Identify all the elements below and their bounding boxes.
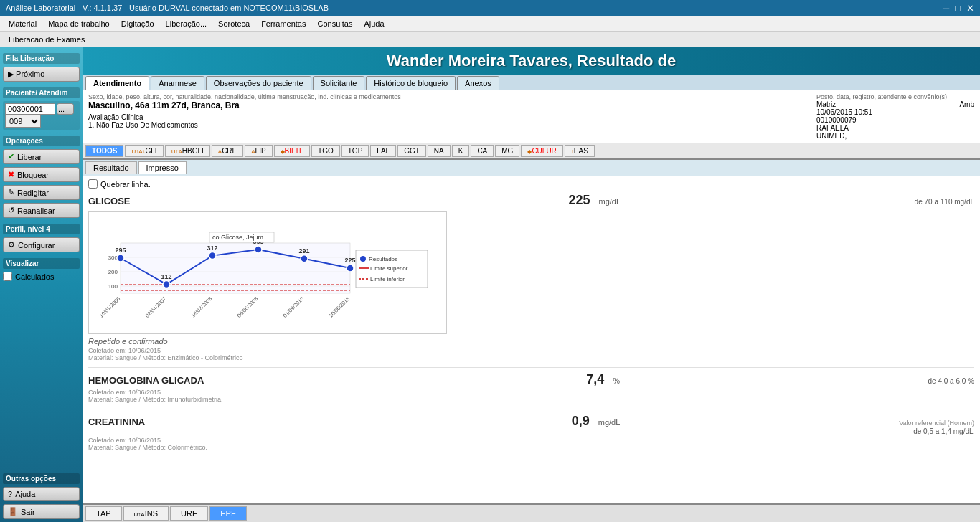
test-unit-1: % (613, 376, 620, 385)
info-value: Masculino, 46a 11m 27d, Branca, Bra (88, 100, 808, 110)
bottom-tab-tap[interactable]: TAP (85, 506, 122, 521)
test-range-prefix-2: Valor referencial (Homem) (899, 419, 974, 427)
test-unit-0: mg/dL (599, 197, 621, 206)
patient-tab-observações-do-paciente[interactable]: Observações do paciente (206, 76, 311, 90)
test-name-1: HEMOGLOBINA GLICADA (88, 375, 268, 386)
menu-item-liberação...[interactable]: Liberação... (160, 18, 212, 29)
liberar-icon: ✔ (8, 152, 14, 161)
test-name-2: CREATININA (88, 417, 268, 427)
calculados-checkbox[interactable] (3, 272, 12, 281)
redigitar-button[interactable]: ✎ Redigitar (3, 185, 80, 200)
test-range-2: de 0,5 a 1,4 mg/dL (913, 427, 973, 435)
analysis-tab-todos[interactable]: TODOS (85, 145, 123, 157)
bottom-tabs: TAPU↑AINSUREEPF (83, 503, 980, 522)
toolbar-item[interactable]: Liberacao de Exames (3, 34, 90, 45)
svg-text:co Glicose, Jejum: co Glicose, Jejum (212, 234, 263, 241)
patient-matriz: Matriz Amb (816, 100, 974, 108)
analysis-tab-k[interactable]: K (452, 145, 470, 157)
paciente-input[interactable] (5, 103, 55, 115)
sair-icon: 🚪 (8, 507, 18, 516)
menu-item-ajuda[interactable]: Ajuda (358, 18, 390, 29)
test-value-1: 7,4 (561, 372, 604, 387)
avaliacao-item: 1. Não Faz Uso De Medicamentos (88, 121, 808, 129)
menu-item-digitação[interactable]: Digitação (116, 18, 160, 29)
analysis-tab-ggt[interactable]: GGT (397, 145, 426, 157)
bottom-tab-epf[interactable]: EPF (209, 506, 246, 521)
results-content[interactable]: Quebrar linha. GLICOSE 225 mg/dL de 70 a… (83, 176, 980, 503)
calculados-checkbox-row: Calculados (3, 272, 80, 281)
svg-point-14 (347, 265, 354, 272)
ajuda-button[interactable]: ? Ajuda (3, 487, 80, 501)
analysis-tab-culur[interactable]: ◆CULUR (521, 145, 562, 157)
window-controls: ─ □ ✕ (943, 3, 974, 14)
operacoes-label: Operações (3, 136, 80, 146)
bloquear-button[interactable]: ✖ Bloquear (3, 167, 80, 182)
close-button[interactable]: ✕ (966, 3, 974, 14)
analysis-tab-mg[interactable]: MG (495, 145, 519, 157)
analysis-tab-lip[interactable]: ALIP (245, 145, 272, 157)
analysis-tabs: TODOSU↑A↓GLIU↑AHBGLIACREALIP◆BILTFTGOTGP… (83, 143, 980, 160)
test-header-0: GLICOSE 225 mg/dL de 70 a 110 mg/dL (88, 193, 974, 208)
svg-text:225: 225 (344, 257, 355, 264)
svg-text:200: 200 (108, 269, 118, 275)
svg-text:312: 312 (207, 245, 217, 252)
bottom-tab-ins[interactable]: U↑AINS (123, 506, 169, 521)
calculados-label: Calculados (15, 272, 54, 281)
liberar-button[interactable]: ✔ Liberar (3, 149, 80, 164)
minimize-button[interactable]: ─ (943, 3, 949, 14)
reanalisar-button[interactable]: ↺ Reanalisar (3, 203, 80, 218)
toolbar: Liberacao de Exames (0, 32, 980, 47)
glicose-chart: 100200300 295112312355291225 10/01/20060… (92, 214, 436, 329)
content-area: Wander Moreira Tavares, Resultado de Ate… (83, 47, 980, 522)
analysis-tab-tgo[interactable]: TGO (311, 145, 340, 157)
analysis-tab-tgp[interactable]: TGP (341, 145, 369, 157)
bottom-tab-ure[interactable]: URE (170, 506, 208, 521)
reanalisar-icon: ↺ (8, 206, 14, 215)
redigitar-icon: ✎ (8, 188, 14, 197)
analysis-tab-eas[interactable]: ↑EAS (565, 145, 595, 157)
app-title: Análise Laboratorial - V.: 4.1.1.37 - Us… (6, 4, 329, 12)
patient-tab-atendimento[interactable]: Atendimento (85, 76, 149, 90)
analysis-tab-ca[interactable]: CA (471, 145, 494, 157)
patient-convenio: UNIMED, (816, 132, 974, 140)
result-tab-resultado[interactable]: Resultado (85, 161, 137, 174)
paciente-label: Paciente/ Atendim (3, 87, 80, 98)
patient-date: 10/06/2015 10:51 (816, 108, 974, 116)
analysis-tab-hbgli[interactable]: U↑AHBGLI (165, 145, 210, 157)
menu-item-ferramentas[interactable]: Ferramentas (255, 18, 311, 29)
test-value-0: 225 (547, 193, 590, 208)
menu-item-material[interactable]: Material (3, 18, 42, 29)
svg-text:112: 112 (161, 273, 171, 280)
menu-item-mapa-de-trabalho[interactable]: Mapa de trabalho (42, 18, 116, 29)
analysis-tab-fal[interactable]: FAL (370, 145, 396, 157)
result-tab-impresso[interactable]: Impresso (138, 161, 187, 174)
test-section-2: CREATININA 0,9 mg/dL Valor referencial (… (88, 414, 974, 457)
analysis-tab-gli[interactable]: U↑A↓GLI (125, 145, 163, 157)
configurar-button[interactable]: ⚙ Configurar (3, 237, 80, 252)
dropdown-select[interactable]: 009 (5, 115, 41, 128)
patient-tab-histórico-de-bloqueio[interactable]: Histórico de bloqueio (366, 76, 456, 90)
patient-tab-anexos[interactable]: Anexos (457, 76, 499, 90)
menu-item-consultas[interactable]: Consultas (311, 18, 358, 29)
test-name-0: GLICOSE (88, 196, 268, 207)
test-coletado-0: Coletado em: 10/06/2015 (88, 347, 974, 354)
maximize-button[interactable]: □ (955, 3, 961, 14)
analysis-tab-na[interactable]: NA (428, 145, 451, 157)
analysis-tab-cre[interactable]: ACRE (212, 145, 243, 157)
svg-text:291: 291 (298, 247, 309, 255)
paciente-search-button[interactable]: ... (57, 103, 74, 115)
test-range-0: de 70 a 110 mg/dL (915, 198, 974, 206)
quebrar-linha-checkbox[interactable] (88, 179, 98, 189)
patient-atendente: RAFAELA (816, 124, 974, 132)
svg-text:100: 100 (108, 283, 118, 290)
menu-item-soroteca[interactable]: Soroteca (212, 18, 255, 29)
quebrar-linha-row: Quebrar linha. (88, 179, 974, 189)
patient-info-bar: Sexo, idade, peso, altura, cor, naturali… (83, 90, 980, 143)
svg-text:10/01/2006: 10/01/2006 (98, 295, 122, 319)
chart-container-0: 100200300 295112312355291225 10/01/20060… (88, 211, 447, 334)
proximo-button[interactable]: ▶ Próximo (3, 67, 80, 82)
analysis-tab-biltf[interactable]: ◆BILTF (274, 145, 310, 157)
patient-tab-anamnese[interactable]: Anamnese (151, 76, 204, 90)
sair-button[interactable]: 🚪 Sair (3, 504, 80, 519)
patient-tab-solicitante[interactable]: Solicitante (313, 76, 365, 90)
